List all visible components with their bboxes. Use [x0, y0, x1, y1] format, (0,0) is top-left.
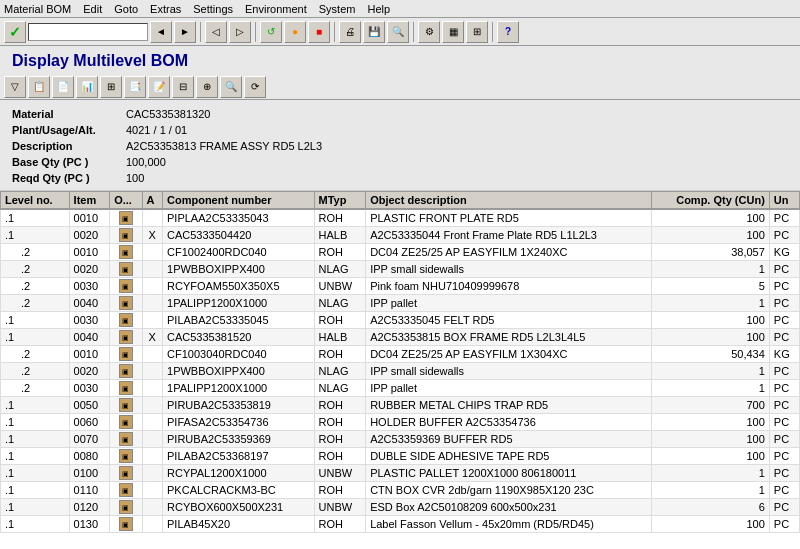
cell-qty: 100: [651, 209, 769, 227]
checkmark-button[interactable]: ✓: [4, 21, 26, 43]
menu-material-bom[interactable]: Material BOM: [4, 3, 71, 15]
tool4-icon: ⊞: [107, 81, 115, 92]
table-row[interactable]: .1 0080 ▣ PILABA2C53368197 ROH DUBLE SID…: [1, 448, 800, 465]
cell-mtyp: NLAG: [314, 295, 366, 312]
table-row[interactable]: .1 0030 ▣ PILABA2C53335045 ROH A2C533350…: [1, 312, 800, 329]
settings-icon: ⚙: [425, 26, 434, 37]
cell-item: 0110: [69, 482, 110, 499]
menu-help[interactable]: Help: [367, 3, 390, 15]
item-icon: ▣: [119, 313, 133, 327]
forward-button[interactable]: ►: [174, 21, 196, 43]
tool5-button[interactable]: 📑: [124, 76, 146, 98]
menu-environment[interactable]: Environment: [245, 3, 307, 15]
table-row[interactable]: .1 0110 ▣ PKCALCRACKM3-BC ROH CTN BOX CV…: [1, 482, 800, 499]
menu-goto[interactable]: Goto: [114, 3, 138, 15]
table-row[interactable]: .1 0070 ▣ PIRUBA2C53359369 ROH A2C533593…: [1, 431, 800, 448]
tool2-button[interactable]: 📄: [52, 76, 74, 98]
cell-un: PC: [769, 465, 799, 482]
item-icon: ▣: [119, 500, 133, 514]
cell-qty: 1: [651, 482, 769, 499]
tool4-button[interactable]: ⊞: [100, 76, 122, 98]
table-row[interactable]: .1 0120 ▣ RCYBOX600X500X231 UNBW ESD Box…: [1, 499, 800, 516]
cell-a: [142, 209, 163, 227]
tool5-icon: 📑: [129, 81, 141, 92]
save-icon: 💾: [368, 26, 380, 37]
refresh-button[interactable]: ↺: [260, 21, 282, 43]
table-row[interactable]: .2 0010 ▣ CF1003040RDC040 ROH DC04 ZE25/…: [1, 346, 800, 363]
nav1-button[interactable]: ●: [284, 21, 306, 43]
sep5: [492, 22, 493, 42]
cell-un: PC: [769, 380, 799, 397]
table-row[interactable]: .1 0060 ▣ PIFASA2C53354736 ROH HOLDER BU…: [1, 414, 800, 431]
col-level: Level no.: [1, 192, 70, 210]
table-row[interactable]: .1 0020 ▣ X CAC5333504420 HALB A2C533350…: [1, 227, 800, 244]
cell-un: PC: [769, 414, 799, 431]
prev-screen-button[interactable]: ◁: [205, 21, 227, 43]
cell-a: [142, 346, 163, 363]
table-row[interactable]: .1 0040 ▣ X CAC5335381520 HALB A2C533538…: [1, 329, 800, 346]
cell-description: PLASTIC FRONT PLATE RD5: [366, 209, 652, 227]
layout-button[interactable]: ▦: [442, 21, 464, 43]
back-button[interactable]: ◄: [150, 21, 172, 43]
table-row[interactable]: .2 0040 ▣ 1PALIPP1200X1000 NLAG IPP pall…: [1, 295, 800, 312]
col-component: Component number: [163, 192, 315, 210]
cell-item: 0040: [69, 329, 110, 346]
item-icon: ▣: [119, 211, 133, 225]
table-row[interactable]: .2 0030 ▣ 1PALIPP1200X1000 NLAG IPP pall…: [1, 380, 800, 397]
tool3-button[interactable]: 📊: [76, 76, 98, 98]
cell-o: ▣: [110, 448, 142, 465]
save-button[interactable]: 💾: [363, 21, 385, 43]
table-row[interactable]: .2 0020 ▣ 1PWBBOXIPPX400 NLAG IPP small …: [1, 261, 800, 278]
cell-un: PC: [769, 499, 799, 516]
cell-level: .2: [1, 380, 70, 397]
refresh-icon: ↺: [267, 26, 275, 37]
menu-edit[interactable]: Edit: [83, 3, 102, 15]
cell-item: 0030: [69, 380, 110, 397]
next-screen-button[interactable]: ▷: [229, 21, 251, 43]
table-row[interactable]: .2 0010 ▣ CF1002400RDC040 ROH DC04 ZE25/…: [1, 244, 800, 261]
help-button[interactable]: ?: [497, 21, 519, 43]
menu-settings[interactable]: Settings: [193, 3, 233, 15]
table-row[interactable]: .1 0100 ▣ RCYPAL1200X1000 UNBW PLASTIC P…: [1, 465, 800, 482]
cell-qty: 100: [651, 227, 769, 244]
cell-un: KG: [769, 244, 799, 261]
cell-level: .2: [1, 363, 70, 380]
cell-description: IPP small sidewalls: [366, 363, 652, 380]
tool7-button[interactable]: ⊟: [172, 76, 194, 98]
stop-button[interactable]: ■: [308, 21, 330, 43]
menu-extras[interactable]: Extras: [150, 3, 181, 15]
table-row[interactable]: .2 0030 ▣ RCYFOAM550X350X5 UNBW Pink foa…: [1, 278, 800, 295]
tool10-button[interactable]: ⟳: [244, 76, 266, 98]
cell-level: .2: [1, 244, 70, 261]
tool9-button[interactable]: 🔍: [220, 76, 242, 98]
table-row[interactable]: .2 0020 ▣ 1PWBBOXIPPX400 NLAG IPP small …: [1, 363, 800, 380]
print-button[interactable]: 🖨: [339, 21, 361, 43]
cell-a: X: [142, 329, 163, 346]
table-row[interactable]: .1 0010 ▣ PIPLAA2C53335043 ROH PLASTIC F…: [1, 209, 800, 227]
item-icon: ▣: [119, 330, 133, 344]
cell-mtyp: ROH: [314, 414, 366, 431]
tool1-button[interactable]: 📋: [28, 76, 50, 98]
filter-button[interactable]: ▽: [4, 76, 26, 98]
command-input[interactable]: [28, 23, 148, 41]
find-button[interactable]: 🔍: [387, 21, 409, 43]
cell-o: ▣: [110, 227, 142, 244]
cell-level: .1: [1, 499, 70, 516]
settings-button[interactable]: ⚙: [418, 21, 440, 43]
cell-a: [142, 431, 163, 448]
tool6-button[interactable]: 📝: [148, 76, 170, 98]
cell-o: ▣: [110, 482, 142, 499]
table-row[interactable]: .1 0130 ▣ PILAB45X20 ROH Label Fasson Ve…: [1, 516, 800, 533]
expand-button[interactable]: ⊞: [466, 21, 488, 43]
menu-system[interactable]: System: [319, 3, 356, 15]
cell-qty: 50,434: [651, 346, 769, 363]
cell-mtyp: ROH: [314, 516, 366, 533]
table-row[interactable]: .1 0050 ▣ PIRUBA2C53353819 ROH RUBBER ME…: [1, 397, 800, 414]
reqd-qty-value: 100: [126, 170, 144, 186]
tool8-button[interactable]: ⊕: [196, 76, 218, 98]
item-icon: ▣: [119, 398, 133, 412]
cell-mtyp: UNBW: [314, 465, 366, 482]
cell-qty: 1: [651, 380, 769, 397]
cell-mtyp: ROH: [314, 431, 366, 448]
cell-item: 0100: [69, 465, 110, 482]
